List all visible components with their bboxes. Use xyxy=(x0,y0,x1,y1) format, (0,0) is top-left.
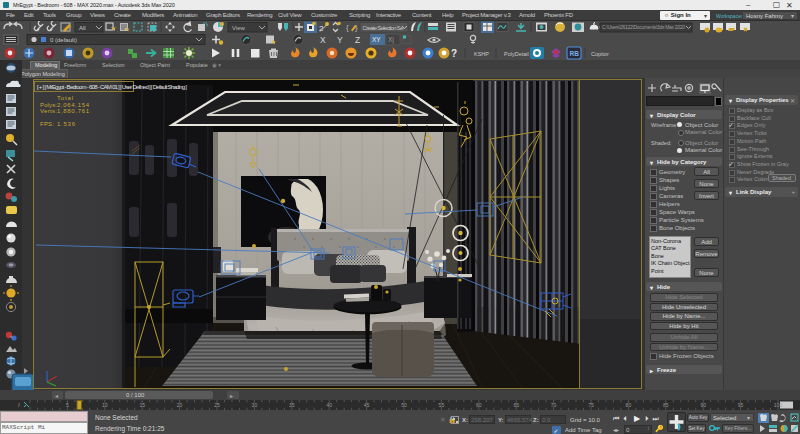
svg-text:75: 75 xyxy=(588,402,594,408)
svg-text:KSHP: KSHP xyxy=(474,51,489,57)
svg-text:100: 100 xyxy=(774,402,783,408)
svg-text:XY: XY xyxy=(372,36,381,43)
svg-text:20: 20 xyxy=(177,402,183,408)
svg-text:}: } xyxy=(355,23,358,32)
svg-text:I: I xyxy=(18,402,20,408)
svg-text:70: 70 xyxy=(551,402,557,408)
svg-text:PolyDetail: PolyDetail xyxy=(504,51,529,57)
svg-text:?: ? xyxy=(451,48,457,59)
svg-text:0 (default): 0 (default) xyxy=(50,37,77,43)
svg-text:Y: Y xyxy=(337,35,343,45)
svg-text:Total: Total xyxy=(57,95,73,101)
svg-text:90: 90 xyxy=(700,402,706,408)
svg-text:X: X xyxy=(320,35,326,45)
svg-text:45: 45 xyxy=(364,402,370,408)
svg-text:25: 25 xyxy=(214,402,220,408)
svg-text:15: 15 xyxy=(139,402,145,408)
svg-text:80: 80 xyxy=(626,402,632,408)
svg-text:C:\Users\26122\Documents\3ds M: C:\Users\26122\Documents\3ds Max 2020 xyxy=(602,24,685,30)
svg-text:Create Selection Se: Create Selection Se xyxy=(363,25,405,31)
svg-text:All: All xyxy=(79,25,86,31)
svg-text:95: 95 xyxy=(738,402,744,408)
svg-text:FPS:: FPS: xyxy=(40,121,54,127)
svg-text:X|: X| xyxy=(388,36,394,44)
svg-text:40: 40 xyxy=(326,402,332,408)
svg-text:RB: RB xyxy=(570,50,580,57)
svg-text:View: View xyxy=(232,25,246,31)
svg-text:5: 5 xyxy=(66,402,69,408)
svg-text:[ + ] [ MrEgypt - Bedroom - 60: [ + ] [ MrEgypt - Bedroom - 608 - CAM 01… xyxy=(37,84,187,90)
svg-text:30: 30 xyxy=(252,402,258,408)
svg-text:{: { xyxy=(346,23,349,32)
svg-text:60: 60 xyxy=(476,402,482,408)
svg-text:Copitor: Copitor xyxy=(591,51,609,57)
svg-text:50: 50 xyxy=(401,402,407,408)
svg-text:55: 55 xyxy=(439,402,445,408)
svg-text:65: 65 xyxy=(513,402,519,408)
svg-text:Z: Z xyxy=(355,35,360,45)
svg-text:Verts:: Verts: xyxy=(40,108,57,114)
svg-text:1.536: 1.536 xyxy=(57,121,76,127)
svg-text:10: 10 xyxy=(102,402,108,408)
svg-text:85: 85 xyxy=(663,402,669,408)
svg-text:1,880,761: 1,880,761 xyxy=(57,108,90,114)
svg-text:35: 35 xyxy=(289,402,295,408)
